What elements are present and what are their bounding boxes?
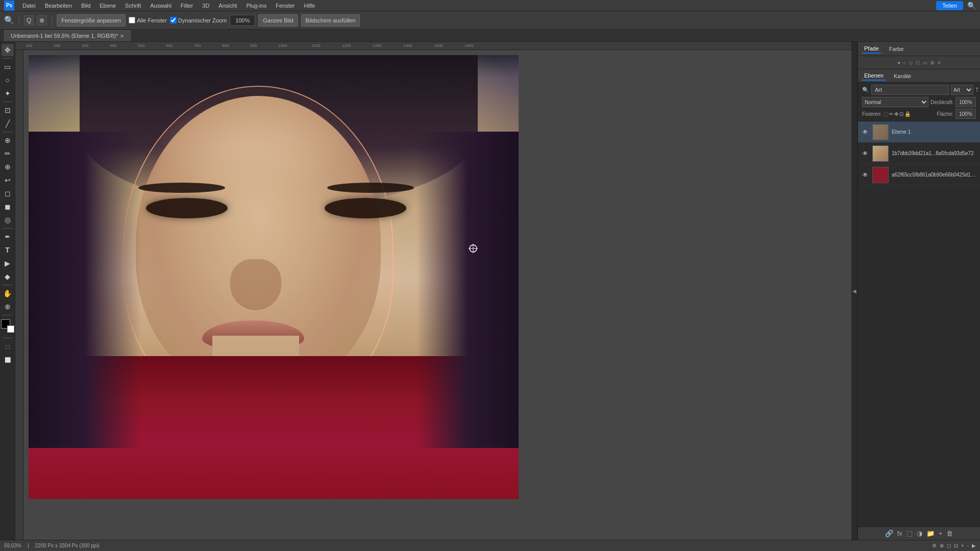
- add-style-icon[interactable]: fx: [897, 530, 902, 537]
- menu-plugins[interactable]: Plug-ins: [242, 2, 271, 10]
- menu-auswahl[interactable]: Auswahl: [146, 2, 176, 10]
- screen-mode-tool[interactable]: ⬜: [2, 354, 14, 366]
- left-eye: [146, 198, 228, 218]
- zoom-icon-plus[interactable]: ⊕: [37, 15, 47, 26]
- forehead-highlight: [156, 101, 350, 193]
- crop-tool[interactable]: ⊡: [2, 104, 14, 116]
- layer-visibility-icon-1[interactable]: 👁: [861, 128, 869, 136]
- lock-all-icon[interactable]: 🔒: [904, 111, 911, 117]
- fill-input[interactable]: [955, 109, 976, 119]
- layers-panel: Pfade Farbe ● ○ ◇ ⬠ ▭ ⊞ ≡ Ebenen Kanäle …: [857, 42, 980, 540]
- tab-close-icon[interactable]: ✕: [120, 33, 124, 39]
- menu-bearbeiten[interactable]: Bearbeiten: [41, 2, 76, 10]
- tools-panel: ✥ ▭ ○ ✦ ⊡ ╱ ⊕ ✏ ⊕ ↩ ◻ ◼ ◎ ✒ T ▶ ◆ ✋ ⊕ ⬚ …: [0, 42, 15, 540]
- panel-tab-bar: Pfade Farbe: [858, 42, 980, 56]
- menu-filter[interactable]: Filter: [177, 2, 197, 10]
- menu-3d[interactable]: 3D: [198, 2, 213, 10]
- whole-image-button[interactable]: Ganzes Bild: [258, 14, 298, 27]
- opacity-label: Deckkraft:: [930, 99, 953, 105]
- shape-tool[interactable]: ◆: [2, 270, 14, 283]
- foreground-color[interactable]: [1, 319, 14, 333]
- fill-lock-row: Fixieren: ⬚ ✏ ✥ ⊡ 🔒 Fläche:: [862, 109, 976, 119]
- search-layer-icon: 🔍: [862, 87, 869, 93]
- healing-tool[interactable]: ⊕: [2, 134, 14, 146]
- layer-visibility-icon-3[interactable]: 👁: [861, 171, 869, 179]
- circle-icon: ●: [897, 60, 900, 65]
- path-selection-tool[interactable]: ▶: [2, 257, 14, 269]
- opacity-input[interactable]: [955, 97, 976, 107]
- ruler-top: 100 200 300 400 500 600 700 800 900 1000…: [15, 42, 851, 50]
- panel-collapse-handle[interactable]: ◀: [851, 42, 857, 540]
- add-adjustment-icon[interactable]: ◑: [917, 530, 922, 537]
- share-button[interactable]: Teilen: [936, 1, 963, 10]
- blend-mode-select[interactable]: Normal Multiplizieren Negativ multiplizi…: [862, 97, 928, 107]
- zoom-icon-small[interactable]: Q: [24, 15, 34, 26]
- search-icon[interactable]: 🔍: [967, 2, 976, 10]
- layer-visibility-icon-2[interactable]: 👁: [861, 149, 869, 158]
- zoom-tool[interactable]: ⊕: [2, 300, 14, 313]
- stamp-tool[interactable]: ⊕: [2, 161, 14, 173]
- eraser-tool[interactable]: ◻: [2, 187, 14, 199]
- link-layers-icon[interactable]: 🔗: [885, 530, 893, 537]
- align-icon: ≡: [938, 60, 940, 65]
- ruler-mark-1200: 1200: [342, 43, 351, 48]
- bg-color-swatch[interactable]: [7, 325, 14, 333]
- canvas-area: [23, 50, 851, 540]
- fill-screen-button[interactable]: Bildschirm ausfüllen: [301, 14, 360, 27]
- zoom-tool-icon[interactable]: 🔍: [4, 15, 14, 25]
- menu-schrift[interactable]: Schrift: [121, 2, 145, 10]
- layer-name-1: Ebene 1: [892, 129, 977, 135]
- hand-tool[interactable]: ✋: [2, 287, 14, 299]
- marquee-tool[interactable]: ▭: [2, 61, 14, 73]
- lock-transparent-icon[interactable]: ⬚: [884, 111, 888, 117]
- ruler-mark-800: 800: [222, 43, 229, 48]
- zoom-input[interactable]: [230, 15, 255, 26]
- add-layer-icon[interactable]: +: [939, 530, 943, 537]
- layer-search-input[interactable]: [871, 85, 949, 95]
- add-mask-icon[interactable]: ⬚: [906, 530, 913, 537]
- lock-move-icon[interactable]: ✥: [894, 111, 898, 117]
- eyedropper-tool[interactable]: ╱: [2, 117, 14, 130]
- quick-mask-tool[interactable]: ⬚: [2, 340, 14, 353]
- add-group-icon[interactable]: 📁: [926, 530, 935, 537]
- toolbar-separator-2: [52, 15, 52, 26]
- tab-channels[interactable]: Kanäle: [892, 72, 913, 80]
- ruler-mark-1100: 1100: [311, 43, 321, 48]
- text-tool[interactable]: T: [2, 244, 14, 256]
- fit-window-button[interactable]: Fenstergröße anpassen: [57, 14, 126, 27]
- layer-item-1[interactable]: 👁 Ebene 1: [858, 121, 980, 143]
- status-icon-1: ⚙: [932, 543, 937, 548]
- menu-hilfe[interactable]: Hilfe: [300, 2, 319, 10]
- dodge-tool[interactable]: ◎: [2, 214, 14, 226]
- all-windows-checkbox[interactable]: Alle Fenster: [129, 17, 167, 23]
- layer-kind-select[interactable]: Art Pixel Text: [951, 85, 973, 95]
- delete-layer-icon[interactable]: 🗑: [946, 530, 953, 537]
- status-zoom: 59,63%: [4, 543, 21, 548]
- history-brush-tool[interactable]: ↩: [2, 174, 14, 186]
- tab-color[interactable]: Farbe: [887, 45, 906, 53]
- tab-paths[interactable]: Pfade: [862, 44, 881, 54]
- pen-tool[interactable]: ✒: [2, 231, 14, 243]
- menu-fenster[interactable]: Fenster: [272, 2, 299, 10]
- magic-wand-tool[interactable]: ✦: [2, 87, 14, 99]
- layer-item-3[interactable]: 👁 a62f65cc5fb861a0b90e66b0425d1be7: [858, 164, 980, 186]
- tab-bar: Unbenannt-1 bei 59,6% (Ebene 1, RGB/8)* …: [0, 30, 980, 42]
- menu-bild[interactable]: Bild: [77, 2, 94, 10]
- lock-paint-icon[interactable]: ✏: [889, 111, 893, 117]
- menu-ebene[interactable]: Ebene: [95, 2, 120, 10]
- move-tool[interactable]: ✥: [2, 44, 14, 56]
- menu-datei[interactable]: Datei: [18, 2, 40, 10]
- layer-name-2: 1b7dbb39dd21a1...8a5fcda93d5e72: [892, 151, 977, 156]
- dynamic-zoom-checkbox[interactable]: Dynamischer Zoom: [170, 17, 227, 23]
- lasso-tool[interactable]: ○: [2, 74, 14, 86]
- hair-right: [416, 132, 519, 448]
- brush-tool[interactable]: ✏: [2, 147, 14, 160]
- document-tab[interactable]: Unbenannt-1 bei 59,6% (Ebene 1, RGB/8)* …: [4, 30, 131, 41]
- tab-layers[interactable]: Ebenen: [862, 71, 886, 81]
- status-icon-4: ⊡: [954, 543, 958, 548]
- filter-type-icon[interactable]: T: [975, 87, 978, 93]
- layer-item-2[interactable]: 👁 1b7dbb39dd21a1...8a5fcda93d5e72: [858, 143, 980, 164]
- menu-ansicht[interactable]: Ansicht: [214, 2, 241, 10]
- gradient-tool[interactable]: ◼: [2, 201, 14, 213]
- lock-artboard-icon[interactable]: ⊡: [899, 111, 903, 117]
